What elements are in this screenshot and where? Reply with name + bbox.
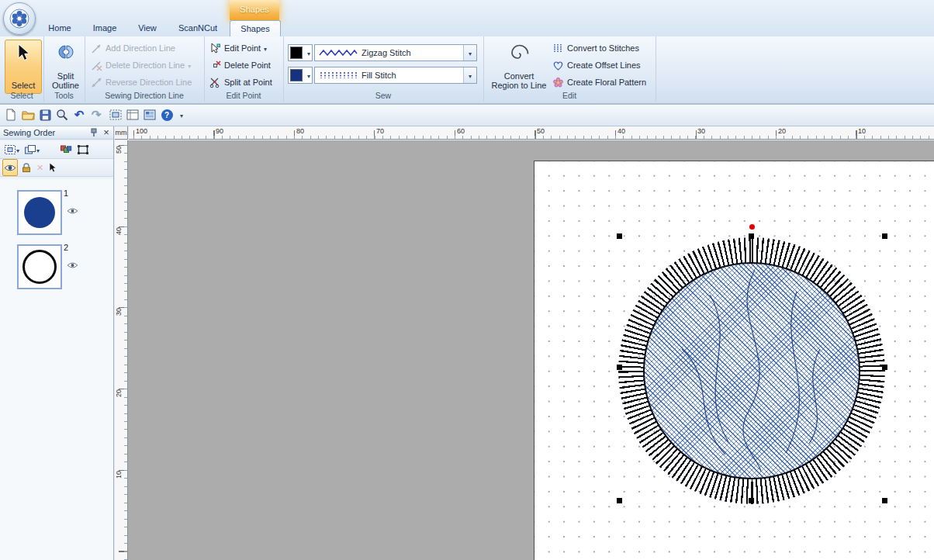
- toolbar-options-button[interactable]: [177, 107, 186, 123]
- pointer-mode-button[interactable]: [47, 159, 59, 176]
- create-offset-lines-button[interactable]: Create Offset Lines: [550, 57, 655, 73]
- chevron-down-icon: [469, 71, 472, 80]
- chevron-down-icon: [36, 145, 40, 154]
- design-page[interactable]: [534, 161, 934, 560]
- selection-frame-icon: [4, 144, 16, 155]
- group-label-edit-point: Edit Point: [204, 91, 283, 100]
- selection-handle[interactable]: [749, 498, 754, 503]
- selection-handle[interactable]: [617, 365, 622, 370]
- application-window: Shapes Home Image View ScanNCut Shapes S…: [0, 0, 934, 560]
- line-stitch-combo[interactable]: Zigzag Stitch: [314, 44, 477, 61]
- convert-to-stitches-button[interactable]: Convert to Stitches: [550, 40, 655, 56]
- ruler-mark: 10: [115, 471, 125, 479]
- layout-view-button[interactable]: [142, 107, 157, 123]
- region-stitch-combo[interactable]: Fill Stitch: [314, 67, 477, 84]
- redo-button[interactable]: [88, 107, 104, 123]
- ruler-mark: 40: [617, 127, 625, 135]
- ruler-mark: 90: [216, 127, 223, 135]
- fill-stitch-circle[interactable]: [643, 262, 860, 479]
- chevron-down-icon[interactable]: [307, 48, 310, 57]
- pin-button[interactable]: [88, 127, 99, 138]
- sewing-order-item-2-thumbnail[interactable]: [17, 244, 62, 289]
- change-order-button[interactable]: [22, 141, 41, 158]
- convert-to-stitches-icon: [552, 43, 564, 54]
- filled-circle-preview: [24, 197, 55, 228]
- add-direction-line-button[interactable]: Add Direction Line: [88, 40, 204, 56]
- chevron-down-icon[interactable]: [264, 43, 267, 53]
- add-direction-line-icon: [91, 43, 102, 54]
- line-stitch-dropdown-button[interactable]: [463, 45, 476, 60]
- select-tool-button[interactable]: Select: [5, 40, 42, 94]
- new-document-button[interactable]: [3, 107, 19, 123]
- tab-view[interactable]: View: [129, 20, 166, 36]
- tab-shapes[interactable]: Shapes: [230, 20, 281, 37]
- new-document-icon: [5, 109, 16, 121]
- ruler-mark: 50: [537, 127, 545, 135]
- open-folder-icon: [22, 109, 35, 120]
- lock-button[interactable]: [19, 159, 33, 176]
- delete-object-button[interactable]: [35, 159, 45, 176]
- rotation-handle[interactable]: [749, 224, 755, 230]
- cursor-arrow-icon: [48, 162, 57, 173]
- split-at-point-button[interactable]: Split at Point: [207, 74, 282, 90]
- selection-handle[interactable]: [882, 365, 887, 370]
- open-file-button[interactable]: [20, 107, 36, 123]
- selection-handle[interactable]: [749, 233, 754, 239]
- convert-region-to-line-button[interactable]: Convert Region to Line: [487, 40, 551, 94]
- edit-point-label: Edit Point: [224, 43, 261, 53]
- zoom-button[interactable]: [54, 107, 70, 123]
- close-panel-button[interactable]: [101, 127, 112, 138]
- pin-icon: [90, 128, 98, 137]
- help-button[interactable]: ?: [159, 107, 175, 123]
- ribbon-group-sewing-direction-line: Add Direction Line Delete Direction Line…: [85, 36, 205, 102]
- chevron-down-icon: [469, 48, 472, 57]
- item-number: 2: [64, 243, 68, 252]
- color-group-button[interactable]: [58, 141, 74, 158]
- reverse-direction-line-label: Reverse Direction Line: [106, 78, 192, 87]
- selection-handle[interactable]: [882, 498, 887, 503]
- tab-scanncut[interactable]: ScanNCut: [171, 20, 225, 36]
- group-label-edit: Edit: [483, 91, 656, 100]
- delete-direction-line-label: Delete Direction Line: [106, 60, 185, 70]
- show-hide-button[interactable]: [2, 159, 18, 176]
- create-floral-pattern-button[interactable]: Create Floral Pattern: [550, 74, 655, 90]
- undo-button[interactable]: [71, 107, 87, 123]
- ruler-mark: 50: [115, 146, 125, 154]
- tab-image[interactable]: Image: [85, 20, 124, 36]
- application-menu-button[interactable]: [3, 2, 36, 35]
- help-icon: ?: [161, 109, 173, 121]
- split-at-point-icon: [209, 77, 221, 88]
- workspace-canvas[interactable]: [128, 140, 934, 560]
- selection-handle[interactable]: [617, 498, 622, 503]
- delete-point-button[interactable]: Delete Point: [207, 57, 282, 73]
- design-page-property-button[interactable]: [125, 107, 140, 123]
- chevron-down-icon[interactable]: [188, 60, 191, 70]
- reverse-direction-line-button[interactable]: Reverse Direction Line: [88, 74, 204, 90]
- delete-direction-line-button[interactable]: Delete Direction Line: [88, 57, 204, 73]
- save-button[interactable]: [37, 107, 53, 123]
- select-frame-button[interactable]: [108, 107, 123, 123]
- chevron-down-icon[interactable]: [307, 71, 310, 80]
- selection-handle[interactable]: [882, 233, 887, 239]
- region-color-swatch[interactable]: [288, 67, 313, 84]
- ruler-unit-label: mm: [115, 126, 128, 140]
- ruler-mark: 80: [296, 127, 304, 135]
- item-number: 1: [64, 188, 68, 198]
- frame-edit-button[interactable]: [75, 141, 91, 158]
- delete-point-icon: [209, 60, 221, 71]
- item-visibility-button[interactable]: [67, 261, 78, 269]
- tab-bar: Shapes Home Image View ScanNCut Shapes: [0, 0, 934, 36]
- zigzag-stitch-icon: [318, 48, 358, 57]
- layered-objects-icon: [24, 144, 36, 155]
- sewing-order-item-1-thumbnail[interactable]: [17, 190, 62, 235]
- edit-point-button[interactable]: Edit Point: [207, 40, 282, 56]
- split-outline-button[interactable]: Split Outline: [46, 40, 85, 94]
- line-color-swatch[interactable]: [288, 44, 313, 61]
- select-display-mode-button[interactable]: [2, 141, 21, 158]
- region-stitch-dropdown-button[interactable]: [463, 67, 476, 83]
- tab-home[interactable]: Home: [40, 20, 79, 36]
- selection-handle[interactable]: [617, 233, 622, 239]
- create-floral-pattern-label: Create Floral Pattern: [567, 78, 646, 87]
- item-visibility-button[interactable]: [67, 207, 78, 215]
- region-stitch-value: Fill Stitch: [361, 71, 463, 80]
